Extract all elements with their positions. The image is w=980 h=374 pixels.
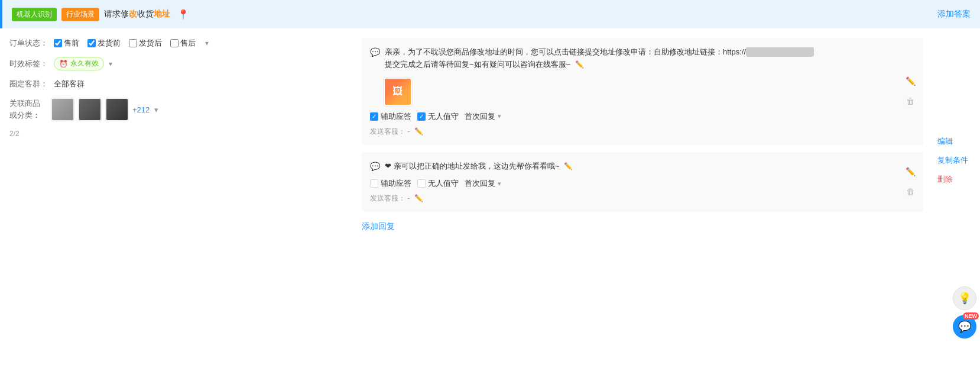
answer-1-text: 亲亲，为了不耽误您商品修改地址的时间，您可以点击链接提交地址修改申请：自助修改地…: [385, 46, 900, 71]
top-bar: 机器人识别 行业场景 请求修改收货地址 📍 添加答案: [0, 0, 980, 28]
product-images: +212 ▾: [51, 98, 158, 121]
cb-after-sale[interactable]: 售后: [170, 38, 196, 49]
edit-icon-1[interactable]: ✏️: [903, 74, 917, 88]
page-wrapper: 机器人识别 行业场景 请求修改收货地址 📍 添加答案 订单状态： 售前 发货前: [0, 0, 980, 374]
product-count[interactable]: +212: [132, 105, 150, 114]
delete-condition-button[interactable]: 删除: [933, 170, 971, 188]
cb-after-ship[interactable]: 发货后: [129, 38, 162, 49]
top-title: 请求修改收货地址: [104, 9, 170, 20]
cb-assist-unchecked-2: [370, 179, 378, 188]
product-img-2: [78, 98, 102, 121]
time-tag[interactable]: ⏰ 永久有效: [54, 57, 104, 70]
add-reply-button[interactable]: 添加回复: [362, 221, 923, 232]
answer-card-2: 💬 ❤ 亲可以把正确的地址发给我，这边先帮你看看哦~ ✏️ 辅助应答 无人值守: [362, 152, 923, 212]
chat-bubble-icon-1: 💬: [370, 47, 380, 71]
bulb-float-button[interactable]: 💡: [953, 286, 976, 310]
edit-icon-2[interactable]: ✏️: [903, 165, 917, 179]
delete-icon-1[interactable]: 🗑: [903, 94, 917, 108]
order-status-label: 订单状态：: [9, 38, 48, 49]
product-count-arrow[interactable]: ▾: [154, 105, 158, 114]
chat-bubble-icon-2: 💬: [370, 162, 380, 173]
send-service-edit-2[interactable]: ✏️: [414, 194, 423, 202]
product-img-3: [105, 98, 129, 121]
thumb-inner-1: 🖼: [385, 79, 411, 105]
page-count: 2/2: [9, 130, 352, 138]
clock-icon: ⏰: [59, 60, 68, 68]
audience-row: 圈定客群： 全部客群: [9, 79, 352, 89]
audience-value: 全部客群: [54, 79, 85, 89]
cb-before-ship[interactable]: 发货前: [87, 38, 121, 49]
cb-assist-checked-1: ✓: [370, 112, 378, 121]
time-value: 永久有效: [70, 59, 99, 69]
blurred-link: ████████████: [746, 47, 814, 56]
right-sidebar-container: 编辑 复制条件 删除 💡 💬 NEW: [933, 38, 971, 365]
edit-condition-button[interactable]: 编辑: [933, 133, 971, 150]
cb-unmanned-1[interactable]: ✓ 无人值守: [417, 111, 459, 122]
card-1-action-icons: ✏️ 🗑: [903, 74, 917, 108]
cb-before-sale[interactable]: 售前: [54, 38, 79, 49]
time-dropdown[interactable]: ▾: [109, 60, 112, 68]
reply-dropdown-1[interactable]: ▾: [498, 112, 501, 120]
copy-condition-button[interactable]: 复制条件: [933, 151, 971, 169]
cb-assist-2[interactable]: 辅助应答: [370, 178, 411, 189]
edit-pen-1[interactable]: ✏️: [575, 60, 584, 69]
send-service-1: 发送客服： - ✏️: [370, 127, 900, 137]
send-service-2: 发送客服： - ✏️: [370, 194, 900, 204]
order-status-row: 订单状态： 售前 发货前 发货后 售后 ▾: [9, 38, 352, 49]
send-service-edit-1[interactable]: ✏️: [414, 127, 423, 136]
pin-icon: 📍: [177, 9, 189, 20]
tag-scene: 行业场景: [61, 8, 99, 21]
cb-unmanned-unchecked-2: [417, 179, 426, 188]
cb-unmanned-checked-1: ✓: [417, 112, 426, 121]
title-address: 地址: [154, 9, 170, 18]
right-panel: 💬 亲亲，为了不耽误您商品修改地址的时间，您可以点击链接提交地址修改申请：自助修…: [362, 38, 923, 365]
chat-float-wrapper: 💬 NEW: [953, 315, 976, 338]
answer-card-1: 💬 亲亲，为了不耽误您商品修改地址的时间，您可以点击链接提交地址修改申请：自助修…: [362, 38, 923, 145]
product-img-1: [51, 98, 74, 121]
image-thumb-1: 🖼: [383, 77, 413, 107]
left-panel: 订单状态： 售前 发货前 发货后 售后 ▾: [9, 38, 352, 365]
reply-type-1[interactable]: 首次回复 ▾: [465, 111, 501, 122]
answer-card-2-message-area: 💬 ❤ 亲可以把正确的地址发给我，这边先帮你看看哦~ ✏️: [370, 160, 900, 173]
time-tag-row: 时效标签： ⏰ 永久有效 ▾: [9, 57, 352, 70]
product-row: 关联商品或分类： +212 ▾: [9, 98, 352, 121]
audience-label: 圈定客群：: [9, 79, 48, 89]
tag-robot: 机器人识别: [12, 8, 57, 21]
answer-card-1-message-area: 💬 亲亲，为了不耽误您商品修改地址的时间，您可以点击链接提交地址修改申请：自助修…: [370, 46, 900, 71]
right-actions: 编辑 复制条件 删除: [933, 133, 971, 188]
add-answer-button[interactable]: 添加答案: [937, 9, 971, 20]
order-status-dropdown[interactable]: ▾: [205, 39, 209, 47]
product-label: 关联商品或分类：: [9, 98, 45, 121]
edit-pen-2[interactable]: ✏️: [564, 162, 573, 170]
reply-dropdown-2[interactable]: ▾: [498, 180, 501, 188]
cb-assist-1[interactable]: ✓ 辅助应答: [370, 111, 411, 122]
delete-icon-2[interactable]: 🗑: [903, 185, 917, 199]
new-badge: NEW: [963, 312, 979, 320]
card-1-controls: ✓ 辅助应答 ✓ 无人值守 首次回复 ▾: [370, 111, 900, 122]
card-2-action-icons: ✏️ 🗑: [903, 165, 917, 199]
time-label: 时效标签：: [9, 59, 48, 69]
side-floats: 💡 💬 NEW: [953, 286, 976, 338]
main-content: 订单状态： 售前 发货前 发货后 售后 ▾: [0, 28, 980, 374]
reply-type-2[interactable]: 首次回复 ▾: [465, 178, 501, 189]
answer-2-text: ❤ 亲可以把正确的地址发给我，这边先帮你看看哦~ ✏️: [385, 160, 900, 173]
cb-unmanned-2[interactable]: 无人值守: [417, 178, 459, 189]
title-modify: 改: [129, 9, 137, 18]
card-2-controls: 辅助应答 无人值守 首次回复 ▾: [370, 178, 900, 189]
